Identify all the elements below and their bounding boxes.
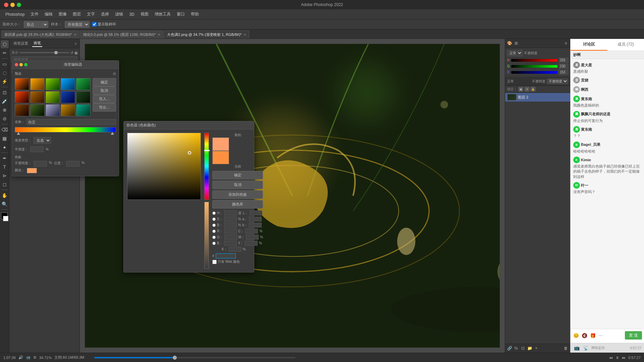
tool-gradient[interactable]: ▦ <box>1 134 9 142</box>
ge-preset-2[interactable] <box>30 78 45 90</box>
ge-color-swatch[interactable] <box>27 168 37 173</box>
menu-type[interactable]: 文字 <box>84 10 98 18</box>
delete-layer-btn[interactable]: 🗑 <box>563 345 569 351</box>
minimize-button[interactable] <box>10 3 15 7</box>
tool-spot-heal[interactable]: ⊕ <box>1 106 9 114</box>
cp-L-input[interactable]: 92 <box>250 210 262 216</box>
tab-1-close[interactable]: ✕ <box>74 33 76 37</box>
tool-path[interactable]: ⊳ <box>1 172 9 180</box>
menu-window[interactable]: 窗口 <box>174 10 187 18</box>
cp-B2-radio[interactable] <box>212 242 216 245</box>
cp-add-swatches-btn[interactable]: 添加到色板 <box>212 190 263 199</box>
ge-min[interactable] <box>19 63 23 66</box>
menu-edit[interactable]: 编辑 <box>42 10 55 18</box>
ge-gradient-bar[interactable] <box>15 127 80 132</box>
new-layer-btn[interactable]: + <box>533 345 539 351</box>
add-style-btn[interactable]: fx <box>513 345 519 351</box>
chat-more-btn[interactable]: ⋯ <box>598 332 604 339</box>
tool-hand[interactable]: ✋ <box>1 191 9 199</box>
menu-plugins[interactable]: 增效工具 <box>152 10 173 18</box>
tool-eyedropper[interactable]: 💉 <box>1 97 9 105</box>
chat-send-btn[interactable]: 发 送 <box>625 331 642 340</box>
ge-position-input[interactable] <box>66 161 79 167</box>
ge-preset-6[interactable] <box>15 91 29 103</box>
status-settings-icon[interactable]: ⚙ <box>33 355 37 360</box>
tool-pen[interactable]: ✒ <box>1 154 9 162</box>
cp-S-radio[interactable] <box>212 218 216 221</box>
cp-S-input[interactable]: 40 <box>224 217 237 222</box>
color-panel-icon[interactable]: 🎨 <box>506 40 513 46</box>
ge-smoothness-input[interactable]: 100 <box>30 146 44 152</box>
menu-3d[interactable]: 3D <box>126 11 137 18</box>
size-custom-icon[interactable]: ▦ <box>74 51 77 55</box>
lock-pixels-btn[interactable]: ▦ <box>519 87 523 92</box>
tool-text[interactable]: T <box>1 163 9 171</box>
chat-emoji-btn[interactable]: 😊 <box>573 332 580 339</box>
menu-image[interactable]: 图像 <box>56 10 69 18</box>
cp-G-input[interactable]: 230 <box>224 235 237 240</box>
tool-magic-wand[interactable]: ⚡ <box>1 77 9 85</box>
tool-eraser[interactable]: ⌫ <box>1 126 9 134</box>
menu-file[interactable]: 文件 <box>28 10 41 18</box>
cp-cancel-btn[interactable]: 取消 <box>212 181 263 189</box>
ge-preset-14[interactable] <box>61 104 75 116</box>
add-mask-btn[interactable]: ⊡ <box>520 345 526 351</box>
cp-gradient-box[interactable] <box>127 133 201 200</box>
lock-all-btn[interactable]: 🔒 <box>531 87 535 92</box>
tool-stamp[interactable]: ⊘ <box>1 115 9 123</box>
color-r-slider[interactable] <box>511 59 557 62</box>
ge-preset-3[interactable] <box>46 78 60 90</box>
ge-preset-1[interactable] <box>15 78 29 90</box>
cp-ok-btn[interactable]: 确定 <box>212 171 263 179</box>
cp-Y-input[interactable]: 47 <box>245 241 258 246</box>
chat-tab-members[interactable]: 成员 (72) <box>607 39 644 51</box>
cp-alpha-strip[interactable] <box>204 202 209 269</box>
cp-new-color-swatch[interactable] <box>212 137 229 151</box>
ge-preset-4[interactable] <box>61 78 75 90</box>
size-reset[interactable]: ↺ <box>70 51 73 55</box>
status-pause-icon[interactable]: ⏸ <box>615 356 619 360</box>
status-forward-icon[interactable]: ⏭ <box>622 356 626 360</box>
cp-a-input[interactable]: 1 <box>249 217 262 222</box>
tool-lasso[interactable]: ◌ <box>1 69 9 77</box>
ge-opacity-input[interactable] <box>34 161 47 167</box>
show-ring-checkbox-label[interactable]: 显示取样环 <box>92 22 116 27</box>
show-ring-checkbox[interactable] <box>92 22 97 26</box>
tab-3[interactable]: 大色调2.png @ 34.7% (渐变映射 1, RGB/8#)* ✕ <box>164 31 249 39</box>
cp-M-input[interactable]: 13 <box>246 235 259 240</box>
cp-B-radio[interactable] <box>212 224 216 227</box>
menu-filter[interactable]: 滤镜 <box>112 10 126 18</box>
ge-close[interactable] <box>15 63 18 66</box>
lock-position-btn[interactable]: ✛ <box>525 87 529 92</box>
cp-H-input[interactable]: 45 <box>224 210 237 216</box>
cp-gradient-area[interactable] <box>127 133 201 269</box>
cp-G-radio[interactable] <box>212 236 216 239</box>
ge-preset-5[interactable] <box>76 78 80 90</box>
chat-screen-share-icon[interactable]: 📺 <box>573 345 580 351</box>
chat-mute-btn[interactable]: 🔇 <box>581 332 588 339</box>
cp-R-radio[interactable] <box>212 230 216 233</box>
cp-B2-input[interactable]: 153 <box>224 241 237 246</box>
layer-row-main[interactable]: 图层 2 <box>505 93 570 102</box>
tool-dodge[interactable]: ● <box>1 143 9 151</box>
ge-preset-11[interactable] <box>15 104 29 116</box>
maximize-button[interactable] <box>17 3 21 7</box>
chat-gift-btn[interactable]: 🎁 <box>589 332 596 339</box>
sample-select[interactable]: 所有图层 当前图层 <box>65 21 90 28</box>
menu-view[interactable]: 视图 <box>138 10 151 18</box>
close-button[interactable] <box>4 3 8 7</box>
canvas-area[interactable]: 拾色器 (色标颜色) <box>80 39 505 353</box>
chat-tab-discussion[interactable]: 讨论区 <box>571 39 607 51</box>
cp-K-input[interactable]: 0 <box>229 247 241 252</box>
progress-bar[interactable] <box>94 357 296 358</box>
fg-bg-color-swatch[interactable] <box>0 213 9 225</box>
tool-shape[interactable]: ◻ <box>1 180 9 188</box>
ge-max[interactable] <box>24 63 28 66</box>
chat-network-icon[interactable]: 📡 <box>582 345 589 351</box>
status-audio-icon[interactable]: 🔊 <box>18 355 23 360</box>
swatches-panel-icon[interactable]: ⊞ <box>513 40 519 46</box>
cp-B-input[interactable]: 100 <box>224 223 237 228</box>
tool-brush[interactable]: ✏ <box>1 49 9 57</box>
status-video-icon[interactable]: 📹 <box>26 355 31 360</box>
menu-layer[interactable]: 图层 <box>70 10 84 18</box>
